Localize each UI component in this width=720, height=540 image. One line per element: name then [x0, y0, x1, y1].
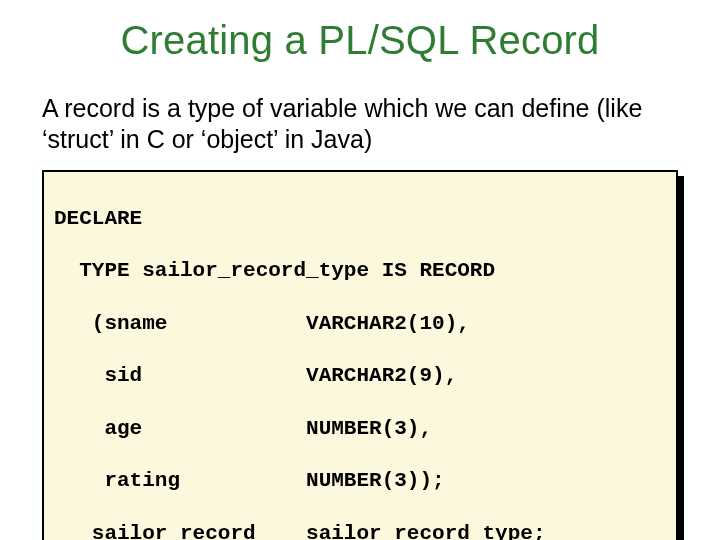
code-line: sailor_record sailor_record_type; [54, 521, 666, 540]
code-line: age NUMBER(3), [54, 416, 666, 442]
code-line: sid VARCHAR2(9), [54, 363, 666, 389]
code-line: TYPE sailor_record_type IS RECORD [54, 258, 666, 284]
code-block: DECLARE TYPE sailor_record_type IS RECOR… [42, 170, 678, 541]
body-text: A record is a type of variable which we … [42, 93, 678, 156]
code-line: rating NUMBER(3)); [54, 468, 666, 494]
page-title: Creating a PL/SQL Record [42, 18, 678, 63]
code-line: DECLARE [54, 206, 666, 232]
slide: Creating a PL/SQL Record A record is a t… [0, 0, 720, 540]
code-block-wrap: DECLARE TYPE sailor_record_type IS RECOR… [42, 170, 678, 541]
code-line: (sname VARCHAR2(10), [54, 311, 666, 337]
